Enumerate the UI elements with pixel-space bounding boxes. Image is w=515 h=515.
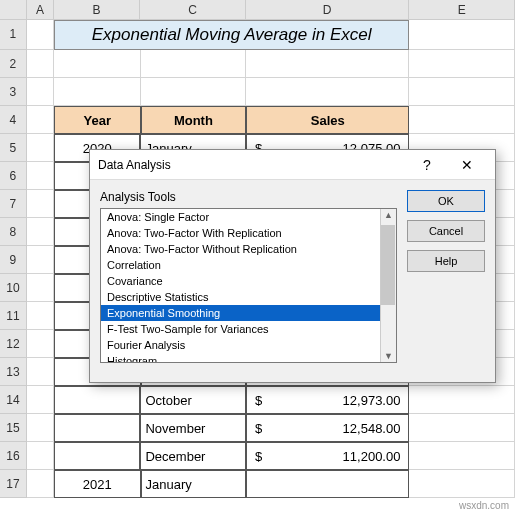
cell-a14[interactable] bbox=[27, 386, 54, 414]
list-item-selected[interactable]: Exponential Smoothing bbox=[101, 305, 396, 321]
analysis-tools-listbox[interactable]: Anova: Single Factor Anova: Two-Factor W… bbox=[100, 208, 397, 363]
close-icon[interactable]: ✕ bbox=[447, 157, 487, 173]
analysis-tools-label: Analysis Tools bbox=[100, 190, 397, 204]
cell-c2[interactable] bbox=[141, 50, 247, 78]
col-header-c[interactable]: C bbox=[140, 0, 246, 19]
row-header-16[interactable]: 16 bbox=[0, 442, 27, 470]
row-header-15[interactable]: 15 bbox=[0, 414, 27, 442]
list-item[interactable]: Fourier Analysis bbox=[101, 337, 396, 353]
dialog-title: Data Analysis bbox=[98, 158, 407, 172]
title-cell[interactable]: Exponential Moving Average in Excel bbox=[54, 20, 409, 50]
cell-a15[interactable] bbox=[27, 414, 54, 442]
cell-a13[interactable] bbox=[27, 358, 54, 386]
row-header-10[interactable]: 10 bbox=[0, 274, 27, 302]
cell-d16[interactable]: $11,200.00 bbox=[246, 442, 409, 470]
row-header-5[interactable]: 5 bbox=[0, 134, 27, 162]
cell-d3[interactable] bbox=[246, 78, 409, 106]
col-header-b[interactable]: B bbox=[54, 0, 140, 19]
cell-e15[interactable] bbox=[409, 414, 515, 442]
row-header-7[interactable]: 7 bbox=[0, 190, 27, 218]
select-all-corner[interactable] bbox=[0, 0, 27, 19]
row-header-14[interactable]: 14 bbox=[0, 386, 27, 414]
cell-a12[interactable] bbox=[27, 330, 54, 358]
cell-e2[interactable] bbox=[409, 50, 515, 78]
cell-b15[interactable] bbox=[54, 414, 141, 442]
cell-a1[interactable] bbox=[27, 20, 54, 50]
header-month[interactable]: Month bbox=[141, 106, 247, 134]
row-header-8[interactable]: 8 bbox=[0, 218, 27, 246]
list-item[interactable]: Anova: Two-Factor Without Replication bbox=[101, 241, 396, 257]
currency-symbol: $ bbox=[255, 393, 262, 408]
scrollbar-thumb[interactable] bbox=[381, 225, 395, 305]
row-header-4[interactable]: 4 bbox=[0, 106, 27, 134]
help-icon[interactable]: ? bbox=[407, 157, 447, 173]
list-item[interactable]: Histogram bbox=[101, 353, 396, 363]
column-headers: A B C D E bbox=[0, 0, 515, 20]
cell-a3[interactable] bbox=[27, 78, 54, 106]
row-header-12[interactable]: 12 bbox=[0, 330, 27, 358]
cell-a11[interactable] bbox=[27, 302, 54, 330]
row-header-13[interactable]: 13 bbox=[0, 358, 27, 386]
row-header-11[interactable]: 11 bbox=[0, 302, 27, 330]
cell-e14[interactable] bbox=[409, 386, 515, 414]
cell-a5[interactable] bbox=[27, 134, 54, 162]
list-item[interactable]: F-Test Two-Sample for Variances bbox=[101, 321, 396, 337]
row-header-9[interactable]: 9 bbox=[0, 246, 27, 274]
row-header-2[interactable]: 2 bbox=[0, 50, 27, 78]
cancel-button[interactable]: Cancel bbox=[407, 220, 485, 242]
cell-c16[interactable]: December bbox=[140, 442, 246, 470]
sales-value: 11,200.00 bbox=[343, 449, 401, 464]
cell-a7[interactable] bbox=[27, 190, 54, 218]
cell-d2[interactable] bbox=[246, 50, 409, 78]
cell-b14[interactable] bbox=[54, 386, 141, 414]
cell-b2[interactable] bbox=[54, 50, 141, 78]
row-header-17[interactable]: 17 bbox=[0, 470, 27, 498]
col-header-a[interactable]: A bbox=[27, 0, 54, 19]
col-header-d[interactable]: D bbox=[246, 0, 409, 19]
header-sales[interactable]: Sales bbox=[246, 106, 409, 134]
list-item[interactable]: Descriptive Statistics bbox=[101, 289, 396, 305]
cell-a6[interactable] bbox=[27, 162, 54, 190]
list-item[interactable]: Correlation bbox=[101, 257, 396, 273]
data-analysis-dialog: Data Analysis ? ✕ Analysis Tools Anova: … bbox=[89, 149, 496, 383]
row-header-6[interactable]: 6 bbox=[0, 162, 27, 190]
cell-a17[interactable] bbox=[27, 470, 54, 498]
list-item[interactable]: Covariance bbox=[101, 273, 396, 289]
cell-c17[interactable]: January bbox=[141, 470, 247, 498]
list-item[interactable]: Anova: Two-Factor With Replication bbox=[101, 225, 396, 241]
cell-a10[interactable] bbox=[27, 274, 54, 302]
cell-d15[interactable]: $12,548.00 bbox=[246, 414, 409, 442]
cell-e3[interactable] bbox=[409, 78, 515, 106]
col-header-e[interactable]: E bbox=[409, 0, 515, 19]
cell-b3[interactable] bbox=[54, 78, 141, 106]
cell-d14[interactable]: $12,973.00 bbox=[246, 386, 409, 414]
currency-symbol: $ bbox=[255, 449, 262, 464]
cell-a2[interactable] bbox=[27, 50, 54, 78]
currency-symbol: $ bbox=[255, 421, 262, 436]
cell-a16[interactable] bbox=[27, 442, 54, 470]
header-year[interactable]: Year bbox=[54, 106, 141, 134]
cell-e1[interactable] bbox=[409, 20, 515, 50]
help-button[interactable]: Help bbox=[407, 250, 485, 272]
row-header-3[interactable]: 3 bbox=[0, 78, 27, 106]
cell-e4[interactable] bbox=[409, 106, 515, 134]
sales-value: 12,973.00 bbox=[343, 393, 401, 408]
cell-c3[interactable] bbox=[141, 78, 247, 106]
list-item[interactable]: Anova: Single Factor bbox=[101, 209, 396, 225]
cell-b17[interactable]: 2021 bbox=[54, 470, 141, 498]
cell-b16[interactable] bbox=[54, 442, 141, 470]
sales-value: 12,548.00 bbox=[343, 421, 401, 436]
cell-a4[interactable] bbox=[27, 106, 54, 134]
watermark: wsxdn.com bbox=[459, 500, 509, 511]
dialog-titlebar[interactable]: Data Analysis ? ✕ bbox=[90, 150, 495, 180]
cell-c14[interactable]: October bbox=[140, 386, 246, 414]
cell-d17[interactable] bbox=[246, 470, 409, 498]
cell-a9[interactable] bbox=[27, 246, 54, 274]
row-header-1[interactable]: 1 bbox=[0, 20, 27, 50]
cell-e17[interactable] bbox=[409, 470, 515, 498]
ok-button[interactable]: OK bbox=[407, 190, 485, 212]
scrollbar[interactable] bbox=[380, 209, 396, 362]
cell-a8[interactable] bbox=[27, 218, 54, 246]
cell-c15[interactable]: November bbox=[140, 414, 246, 442]
cell-e16[interactable] bbox=[409, 442, 515, 470]
